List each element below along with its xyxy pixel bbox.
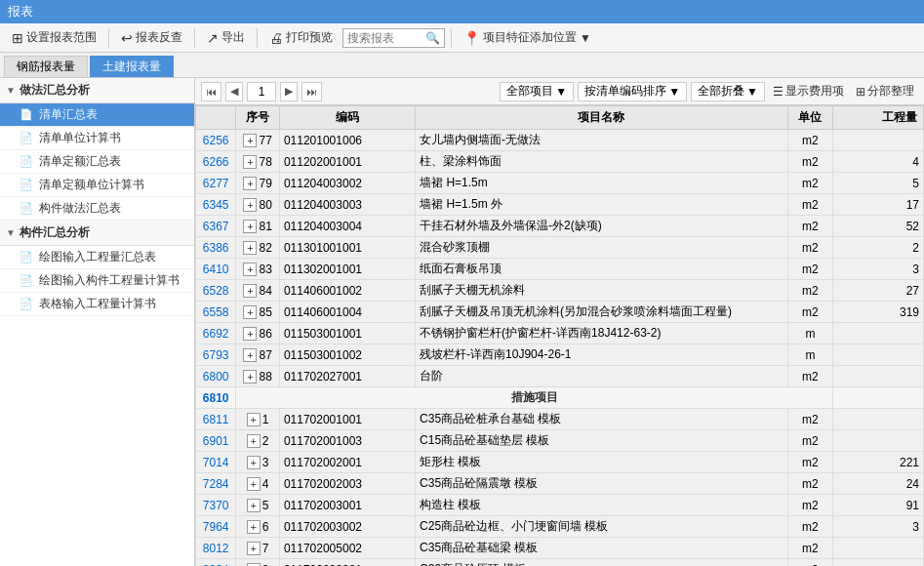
code-cell: 011201001006: [279, 130, 415, 151]
seq-cell: +82: [236, 237, 279, 259]
reflect-btn[interactable]: ↩ 报表反查: [115, 27, 188, 48]
nav-next-btn[interactable]: ▶: [280, 82, 298, 101]
table-row: 6692 +86 011503001001 不锈钢护窗栏杆(护窗栏杆-详西南18…: [196, 323, 924, 344]
name-cell: 干挂石材外墙及外墙保温-外2(缺项): [416, 216, 788, 237]
table-row: 6345 +80 011204003003 墙裙 H=1.5m 外 m2 17: [196, 194, 924, 216]
qty-cell: 91: [833, 495, 924, 516]
nav-prev-btn[interactable]: ◀: [225, 82, 243, 101]
seq-cell: +80: [236, 194, 279, 216]
row-id-cell: 6811: [196, 409, 236, 430]
export-btn[interactable]: ↗ 导出: [201, 27, 251, 48]
name-cell: 刮腻子天棚及吊顶无机涂料(另加混合砂浆喷涂料墙面工程量): [416, 302, 788, 323]
tree-item-draw-unit[interactable]: 📄 绘图输入构件工程量计算书: [0, 269, 194, 293]
tab-civil[interactable]: 土建报表量: [90, 56, 174, 77]
search-input[interactable]: [347, 31, 425, 45]
code-cell: 011702003001: [279, 495, 415, 516]
code-cell: 011406001002: [279, 280, 415, 302]
name-cell: C25商品砼边框、小门埂窗间墙 模板: [416, 516, 788, 538]
tree-item-gojian-zuofa[interactable]: 📄 构件做法汇总表: [0, 197, 194, 221]
tree-item-qingdan-unit[interactable]: 📄 清单单位计算书: [0, 127, 194, 150]
qty-cell: [833, 323, 924, 344]
qty-cell: 2: [833, 237, 924, 259]
tree-item-table-input[interactable]: 📄 表格输入工程量计算书: [0, 293, 194, 316]
doc-icon-6: 📄: [20, 251, 33, 263]
unit-cell: m2: [787, 280, 832, 302]
section-name: 措施项目: [236, 387, 833, 409]
tree-item-draw-general[interactable]: 📄 绘图输入工程量汇总表: [0, 246, 194, 269]
feature-arrow-icon: ▼: [580, 31, 591, 45]
table-row: 6256 +77 011201001006 女儿墙内侧墙面-无做法 m2: [196, 130, 924, 151]
unit-cell: m2: [787, 194, 832, 216]
page-num-input[interactable]: [247, 82, 276, 101]
name-cell: C15商品砼基础垫层 模板: [416, 430, 788, 452]
feature-btn[interactable]: 📍 项目特征添加位置 ▼: [458, 27, 597, 48]
doc-icon-3: 📄: [20, 155, 33, 168]
code-cell: 011702003002: [279, 516, 415, 538]
qty-cell: 319: [833, 302, 924, 323]
col-seq: 序号: [236, 106, 279, 130]
doc-icon-1: 📄: [20, 108, 33, 121]
seq-cell: +87: [236, 344, 279, 366]
seq-cell: +77: [236, 130, 279, 151]
seq-cell: +8: [236, 559, 279, 567]
name-cell: 台阶: [416, 366, 788, 387]
reflect-label: 报表反查: [136, 29, 182, 46]
tree-item-qingdan-quota-unit[interactable]: 📄 清单定额单位计算书: [0, 174, 194, 197]
divider4: [451, 28, 452, 48]
section-zuofa-header[interactable]: ▼ 做法汇总分析: [0, 78, 194, 103]
main-container: ▼ 做法汇总分析 📄 清单汇总表 📄 清单单位计算书 📄 清单定额汇总表 📄 清…: [0, 78, 924, 566]
dropdown-arrow-icon: ▼: [555, 85, 567, 99]
unit-cell: m: [787, 323, 832, 344]
all-items-dropdown[interactable]: 全部项目 ▼: [500, 82, 574, 101]
code-cell: 011202001001: [279, 151, 415, 173]
show-cost-btn[interactable]: ☰ 显示费用项: [769, 82, 848, 101]
name-cell: 墙裙 H=1.5m: [416, 173, 788, 194]
seq-cell: +6: [236, 516, 279, 538]
title-text: 报表: [8, 3, 33, 20]
section-goujian-header[interactable]: ▼ 构件汇总分析: [0, 221, 194, 246]
qty-cell: 3: [833, 516, 924, 538]
qty-cell: 24: [833, 473, 924, 495]
unit-cell: m2: [787, 430, 832, 452]
code-cell: 011406001004: [279, 302, 415, 323]
section-row-id: 6810: [196, 387, 236, 409]
tab-steel[interactable]: 钢筋报表量: [4, 56, 88, 77]
nav-first-btn[interactable]: ⏮: [201, 82, 221, 101]
seq-cell: +84: [236, 280, 279, 302]
set-range-btn[interactable]: ⊞ 设置报表范围: [6, 27, 102, 48]
tree-item-qingdan-quota-general[interactable]: 📄 清单定额汇总表: [0, 150, 194, 174]
show-cost-label: 显示费用项: [785, 83, 844, 100]
seq-cell: +3: [236, 452, 279, 473]
feature-icon: 📍: [463, 30, 480, 46]
qty-cell: [833, 130, 924, 151]
print-preview-btn[interactable]: 🖨 打印预览: [263, 27, 339, 48]
left-panel: ▼ 做法汇总分析 📄 清单汇总表 📄 清单单位计算书 📄 清单定额汇总表 📄 清…: [0, 78, 195, 566]
section-qty: [833, 387, 924, 409]
sort-arrow-icon: ▼: [668, 85, 680, 99]
divider2: [194, 28, 195, 48]
code-cell: 011702002001: [279, 452, 415, 473]
unit-cell: m2: [787, 452, 832, 473]
name-cell: 刮腻子天棚无机涂料: [416, 280, 788, 302]
sort-dropdown[interactable]: 按清单编码排序 ▼: [578, 82, 687, 101]
seq-cell: +78: [236, 151, 279, 173]
nav-last-btn[interactable]: ⏭: [301, 82, 322, 101]
unit-cell: m2: [787, 473, 832, 495]
tree-item-qingdan-general[interactable]: 📄 清单汇总表: [0, 103, 194, 127]
table-row: 7964 +6 011702003002 C25商品砼边框、小门埂窗间墙 模板 …: [196, 516, 924, 538]
row-id-cell: 7014: [196, 452, 236, 473]
row-id-cell: 6901: [196, 430, 236, 452]
table-row: 6277 +79 011204003002 墙裙 H=1.5m m2 5: [196, 173, 924, 194]
unit-cell: m2: [787, 130, 832, 151]
seq-cell: +2: [236, 430, 279, 452]
fold-all-dropdown[interactable]: 全部折叠 ▼: [691, 82, 765, 101]
table-container[interactable]: 序号 编码 项目名称 单位 工程量 6256 +77 011201001006 …: [195, 105, 924, 566]
doc-icon-4: 📄: [20, 179, 33, 191]
toolbar: ⊞ 设置报表范围 ↩ 报表反查 ↗ 导出 🖨 打印预览 🔍 📍 项目特征添加位置…: [0, 23, 924, 53]
divider3: [257, 28, 258, 48]
tree-label-7: 绘图输入构件工程量计算书: [39, 272, 180, 289]
table-row: 6793 +87 011503001002 残坡栏杆-详西南10J904-26-…: [196, 344, 924, 366]
row-id-cell: 7284: [196, 473, 236, 495]
sort-label: 按清单编码排序: [584, 83, 666, 100]
part-arrange-btn[interactable]: ⊞ 分部整理: [852, 82, 918, 101]
